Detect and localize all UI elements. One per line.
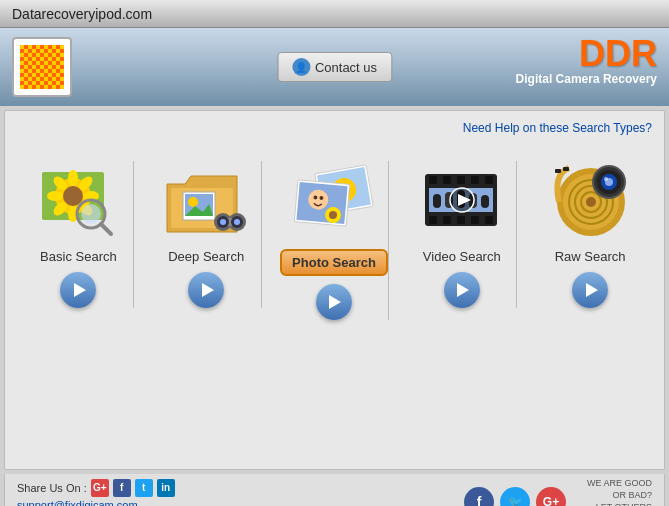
basic-search-icon-area [33, 161, 123, 241]
basic-search-label: Basic Search [40, 249, 117, 264]
svg-rect-45 [443, 216, 451, 224]
header: 👤 Contact us DDR Digital Camera Recovery [0, 28, 669, 106]
raw-search-label: Raw Search [555, 249, 626, 264]
search-item-raw: Raw Search [535, 161, 645, 308]
logo-icon [20, 45, 64, 89]
video-search-label: Video Search [423, 249, 501, 264]
footer-facebook-button[interactable]: f [464, 487, 494, 507]
search-options: Basic Search [5, 131, 664, 330]
svg-point-26 [234, 219, 240, 225]
deep-search-label: Deep Search [168, 249, 244, 264]
photo-search-play-button[interactable] [316, 284, 352, 320]
contact-icon: 👤 [292, 58, 310, 76]
svg-point-3 [68, 170, 78, 186]
basic-search-play-button[interactable] [60, 272, 96, 308]
svg-point-67 [604, 177, 608, 181]
play-icon [586, 283, 598, 297]
deep-search-play-button[interactable] [188, 272, 224, 308]
photo-search-label: Photo Search [280, 249, 388, 276]
google-plus-icon[interactable]: G+ [91, 479, 109, 497]
svg-rect-41 [457, 176, 465, 184]
search-item-video: Video Search [407, 161, 517, 308]
linkedin-icon[interactable]: in [157, 479, 175, 497]
brand-subtitle: Digital Camera Recovery [516, 72, 657, 86]
svg-point-2 [63, 186, 83, 206]
svg-rect-39 [429, 176, 437, 184]
footer-twitter-button[interactable]: 🐦 [500, 487, 530, 507]
logo-box [12, 37, 72, 97]
play-icon [329, 295, 341, 309]
brand-area: DDR Digital Camera Recovery [516, 36, 657, 86]
help-link[interactable]: Need Help on these Search Types? [463, 121, 652, 135]
play-icon [457, 283, 469, 297]
video-search-icon-area [417, 161, 507, 241]
facebook-icon[interactable]: f [113, 479, 131, 497]
svg-point-62 [586, 197, 596, 207]
play-icon [202, 283, 214, 297]
svg-rect-50 [433, 194, 441, 208]
svg-rect-47 [471, 216, 479, 224]
svg-point-18 [188, 197, 198, 207]
share-label: Share Us On : [17, 482, 87, 494]
play-icon [74, 283, 86, 297]
svg-rect-43 [485, 176, 493, 184]
svg-rect-48 [485, 216, 493, 224]
svg-rect-40 [443, 176, 451, 184]
rating-text: WE ARE GOOD OR BAD? LET OTHERS KNOW... [572, 478, 652, 506]
svg-rect-44 [429, 216, 437, 224]
footer-googleplus-button[interactable]: G+ [536, 487, 566, 507]
svg-point-9 [47, 191, 63, 201]
svg-rect-69 [563, 167, 569, 171]
svg-point-25 [220, 219, 226, 225]
share-row: Share Us On : G+ f t in [17, 479, 208, 497]
brand-name: DDR [516, 36, 657, 72]
title-bar-text: Datarecoveryipod.com [12, 6, 152, 22]
search-item-photo: Photo Search [279, 161, 389, 320]
main-content: Need Help on these Search Types? [4, 110, 665, 470]
search-item-deep: Deep Search [152, 161, 262, 308]
footer: Share Us On : G+ f t in support@fixdigic… [4, 474, 665, 506]
title-bar: Datarecoveryipod.com [0, 0, 669, 28]
svg-line-13 [101, 224, 111, 234]
footer-right: f 🐦 G+ WE ARE GOOD OR BAD? LET OTHERS KN… [464, 478, 652, 506]
video-search-play-button[interactable] [444, 272, 480, 308]
svg-point-12 [81, 204, 101, 224]
svg-rect-42 [471, 176, 479, 184]
email-link[interactable]: support@fixdigicam.com [17, 499, 208, 507]
svg-rect-54 [481, 195, 489, 208]
photo-search-icon-area [289, 161, 379, 241]
svg-rect-46 [457, 216, 465, 224]
deep-search-icon-area [161, 161, 251, 241]
raw-search-icon-area [545, 161, 635, 241]
search-item-basic: Basic Search [24, 161, 134, 308]
contact-button[interactable]: 👤 Contact us [277, 52, 392, 82]
footer-left: Share Us On : G+ f t in support@fixdigic… [17, 479, 208, 507]
svg-rect-68 [555, 169, 561, 173]
twitter-icon[interactable]: t [135, 479, 153, 497]
raw-search-play-button[interactable] [572, 272, 608, 308]
